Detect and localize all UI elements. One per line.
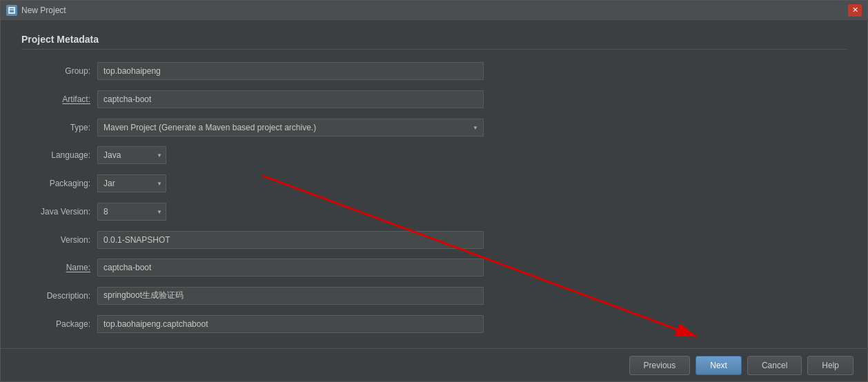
version-label: Version: [21,235,97,245]
packaging-select-wrapper: Jar War [97,174,166,192]
java-version-label: Java Version: [21,207,97,217]
main-content: Project Metadata Group: Artifact: Type: … [1,20,867,348]
group-label: Group: [21,66,97,76]
type-select-wrapper: Maven Project (Generate a Maven based pr… [97,119,484,137]
cancel-button[interactable]: Cancel [747,356,802,375]
description-input[interactable] [97,287,484,305]
name-label: Name: [21,263,97,272]
previous-button[interactable]: Previous [629,356,691,375]
description-label: Description: [21,291,97,301]
packaging-label: Packaging: [21,179,97,188]
language-label: Language: [21,150,97,160]
window-icon [6,5,17,16]
java-version-select-wrapper: 8 11 17 21 [97,203,166,221]
language-select-wrapper: Java Kotlin Groovy [97,146,166,164]
type-select[interactable]: Maven Project (Generate a Maven based pr… [97,119,484,137]
svg-rect-0 [9,8,14,13]
package-label: Package: [21,319,97,329]
language-select-container: Java Kotlin Groovy [97,146,847,164]
new-project-window: New Project ✕ Project Metadata Group: Ar… [0,0,868,382]
java-version-select-container: 8 11 17 21 [97,203,847,221]
package-input[interactable] [97,315,484,333]
close-button[interactable]: ✕ [848,4,862,17]
title-bar: New Project ✕ [1,1,867,20]
language-select[interactable]: Java Kotlin Groovy [97,146,166,164]
type-label: Type: [21,123,97,132]
window-title: New Project [21,6,848,15]
group-input[interactable] [97,62,484,80]
packaging-select-container: Jar War [97,174,847,192]
version-input[interactable] [97,231,484,249]
packaging-select[interactable]: Jar War [97,174,166,192]
form-grid: Group: Artifact: Type: Maven Project (Ge… [21,61,847,334]
artifact-label: Artifact: [21,94,97,104]
footer: Previous Next Cancel Help [1,348,867,381]
name-input[interactable] [97,259,484,277]
next-button[interactable]: Next [696,356,742,375]
java-version-select[interactable]: 8 11 17 21 [97,203,166,221]
section-title: Project Metadata [21,34,847,50]
artifact-input[interactable] [97,90,484,108]
help-button[interactable]: Help [807,356,854,375]
